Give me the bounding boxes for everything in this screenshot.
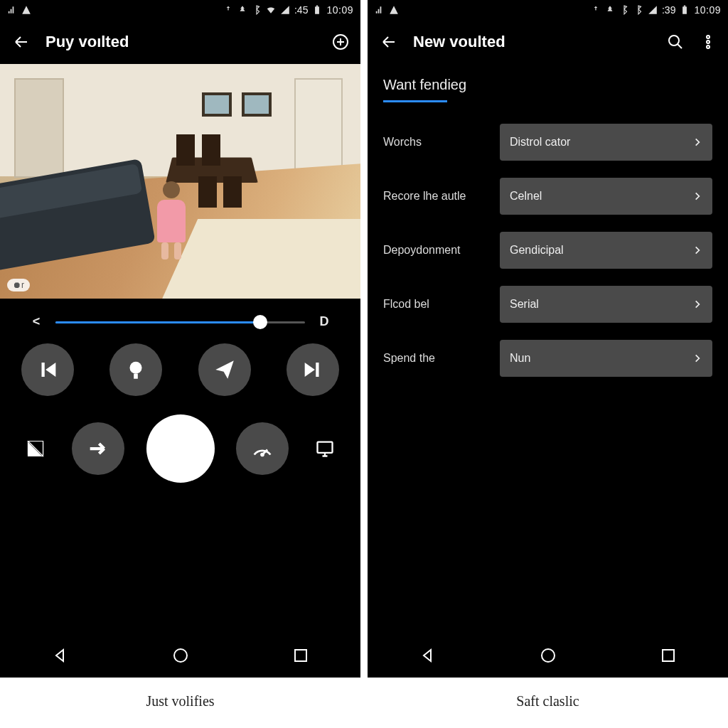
svg-rect-11 [684, 6, 685, 7]
status-bar: :45 10:09 [0, 0, 360, 20]
setting-row: DepoydonmentGendicipal [368, 223, 728, 277]
app-bar: New voulted [368, 20, 728, 64]
bluetooth2-icon [633, 5, 643, 15]
setting-picker[interactable]: Distrol cator [500, 124, 712, 161]
gauge-icon [250, 437, 274, 461]
circle-icon [540, 647, 557, 664]
svg-point-16 [542, 649, 555, 662]
share-button[interactable] [72, 422, 124, 475]
display-button[interactable] [311, 434, 339, 463]
arrow-left-icon [13, 33, 30, 50]
triangle-left-icon [52, 647, 69, 664]
wifi-icon [266, 5, 276, 15]
speed-button[interactable] [236, 422, 289, 475]
search-button[interactable] [665, 32, 685, 52]
android-nav-bar [368, 636, 728, 678]
setting-label: Spend the [383, 352, 490, 365]
skip-previous-icon [36, 358, 60, 382]
battery-icon [312, 5, 322, 15]
battery-icon [680, 5, 690, 15]
square-icon [660, 647, 677, 664]
cell-icon [648, 5, 658, 15]
svg-rect-10 [683, 6, 687, 14]
svg-point-13 [707, 36, 710, 38]
svg-point-14 [707, 41, 710, 43]
setting-value: Gendicipal [510, 244, 564, 257]
svg-rect-9 [295, 650, 306, 661]
setting-picker[interactable]: Nun [500, 340, 712, 377]
signal-icon [389, 5, 399, 15]
back-button[interactable] [378, 31, 400, 53]
clock: 10:09 [326, 4, 353, 16]
overflow-button[interactable] [698, 32, 718, 52]
circle-icon [172, 647, 189, 664]
slider-thumb[interactable] [253, 315, 267, 329]
setting-label: Flcod bel [383, 298, 490, 311]
camera-view[interactable]: ⏺r [0, 64, 360, 299]
page-title: New voulted [413, 33, 665, 51]
more-vert-icon [700, 33, 717, 50]
chevron-right-icon [692, 245, 702, 255]
settings-list: WorchsDistrol catorRecore lhe autleCelne… [368, 115, 728, 385]
svg-rect-1 [316, 6, 318, 7]
exposure-icon [26, 439, 46, 459]
svg-point-8 [174, 649, 187, 662]
bluetooth-icon [619, 5, 629, 15]
exposure-button[interactable] [21, 434, 50, 463]
setting-picker[interactable]: Serial [500, 286, 712, 323]
slider-left-icon: < [28, 314, 44, 329]
camera-badge: ⏺r [7, 279, 30, 291]
nav-recent[interactable] [292, 647, 309, 667]
chevron-right-icon [692, 299, 702, 309]
phone-right: :39 10:09 New voulted Want fendieg Worch… [368, 0, 728, 728]
setting-label: Recore lhe autle [383, 190, 490, 203]
svg-rect-17 [663, 650, 674, 661]
triangle-left-icon [419, 647, 437, 664]
nav-recent[interactable] [660, 647, 677, 667]
shutter-button[interactable] [146, 414, 215, 483]
caption-left: Just volifies [0, 678, 360, 728]
controls [0, 336, 360, 501]
back-button[interactable] [10, 31, 33, 53]
add-button[interactable] [331, 32, 350, 52]
app-bar: Puy voılted [0, 20, 360, 64]
setting-row: Spend theNun [368, 331, 728, 385]
setting-value: Celnel [510, 190, 542, 203]
svg-point-15 [707, 46, 710, 48]
cast-icon [591, 5, 601, 15]
page-title: Puy voılted [46, 33, 331, 51]
net-label: :39 [662, 4, 675, 16]
prev-button[interactable] [21, 343, 74, 396]
setting-picker[interactable]: Celnel [500, 178, 712, 215]
svg-point-12 [669, 36, 679, 46]
nav-back[interactable] [419, 647, 437, 667]
phone-left: :45 10:09 Puy voılted [0, 0, 360, 728]
cast-icon [223, 5, 233, 15]
nav-home[interactable] [172, 647, 189, 667]
signal-alt-icon [375, 5, 385, 15]
skip-next-icon [301, 358, 325, 382]
setting-row: WorchsDistrol cator [368, 115, 728, 169]
light-button[interactable] [109, 343, 162, 396]
setting-label: Worchs [383, 136, 490, 149]
svg-rect-7 [318, 442, 333, 453]
next-button[interactable] [287, 343, 339, 396]
setting-row: Recore lhe autleCelnel [368, 169, 728, 223]
arrow-right-icon [86, 437, 110, 461]
monitor-icon [315, 439, 335, 459]
slider-right-icon: D [316, 314, 332, 329]
section-underline [383, 100, 447, 102]
setting-label: Depoydonment [383, 244, 490, 257]
zoom-slider[interactable] [55, 315, 305, 329]
send-button[interactable] [198, 343, 251, 396]
nav-back[interactable] [52, 647, 69, 667]
setting-picker[interactable]: Gendicipal [500, 232, 712, 269]
bulb-icon [124, 358, 148, 382]
chevron-right-icon [692, 137, 702, 147]
setting-row: Flcod belSerial [368, 277, 728, 331]
setting-value: Serial [510, 298, 539, 311]
section-title: Want fendieg [368, 64, 728, 97]
signal-icon [21, 5, 31, 15]
plus-circle-icon [332, 33, 349, 50]
nav-home[interactable] [540, 647, 557, 667]
